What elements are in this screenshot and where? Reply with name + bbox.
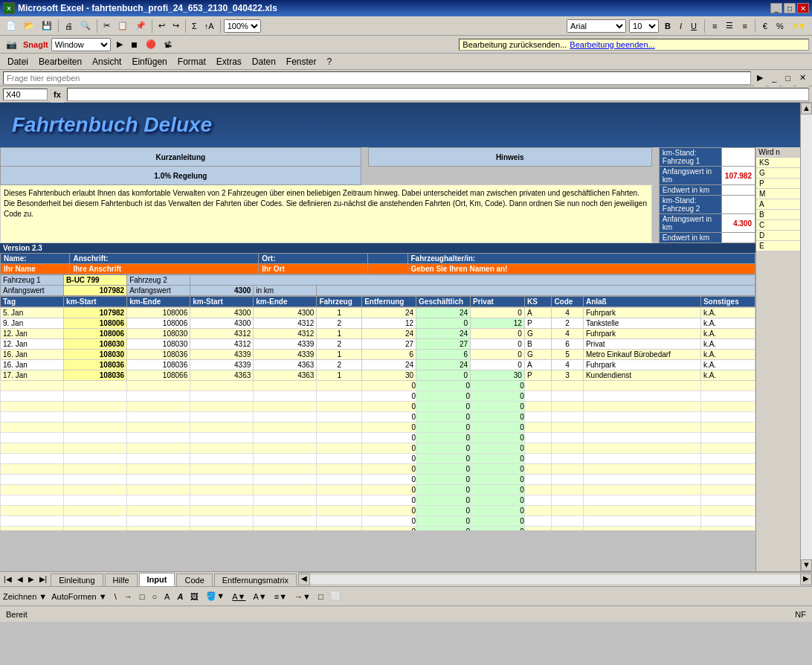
tab-code[interactable]: Code [176, 574, 212, 586]
scroll-right-button[interactable]: ▶ [800, 574, 812, 585]
align-center-button[interactable]: ☰ [723, 18, 736, 34]
preview-button[interactable]: 🔍 [77, 18, 94, 34]
3d-btn[interactable]: ⬜ [328, 588, 344, 605]
menu-datei[interactable]: Datei [3, 55, 33, 68]
tab-first-button[interactable]: |◀ [1, 575, 14, 583]
rect-btn[interactable]: □ [137, 588, 148, 605]
snagit-btn2[interactable]: ⏹ [127, 36, 141, 53]
empty-cell: 0 [416, 454, 471, 464]
oval-btn[interactable]: ○ [149, 588, 160, 605]
cell-reference[interactable] [3, 89, 48, 100]
scroll-up-button[interactable]: ▲ [801, 103, 812, 115]
snagit-btn4[interactable]: 📽 [161, 36, 175, 53]
tab-input[interactable]: Input [139, 573, 175, 586]
tab-next-button[interactable]: ▶ [26, 575, 36, 583]
linecolor-btn[interactable]: A▼ [229, 588, 248, 605]
copy-button[interactable]: 📋 [115, 18, 131, 34]
window-controls[interactable]: _ □ ✕ [770, 3, 809, 13]
table-cell: 4339 [254, 339, 317, 350]
minimize-app-button[interactable]: _ [769, 70, 779, 86]
tab-entfernungsmatrix[interactable]: Entfernungsmatrix [214, 574, 297, 586]
redo-button[interactable]: ↪ [170, 18, 182, 34]
menu-fenster[interactable]: Fenster [282, 55, 321, 68]
window-select[interactable]: Window [51, 38, 111, 51]
underline-button[interactable]: U [688, 18, 700, 34]
function-btn[interactable]: fx [51, 86, 64, 103]
empty-cell [127, 402, 190, 412]
open-button[interactable]: 📂 [21, 18, 37, 34]
menu-ansicht[interactable]: Ansicht [88, 55, 126, 68]
kurzanleitung-tab[interactable]: Kurzanleitung [1, 148, 361, 167]
menu-format[interactable]: Format [173, 55, 210, 68]
save-button[interactable]: 💾 [39, 18, 55, 34]
empty-cell: 0 [471, 485, 525, 495]
shadow-btn[interactable]: □ [315, 588, 326, 605]
endwert-km2-label: Endwert in km [659, 233, 721, 243]
hinweis-tab[interactable]: Hinweis [368, 148, 651, 167]
vertical-scrollbar[interactable]: ▲ ▼ [800, 103, 812, 571]
autoformen-btn[interactable]: AutoFormen ▼ [48, 588, 109, 605]
tab-einleitung[interactable]: Einleitung [51, 574, 103, 586]
empty-cell [127, 464, 190, 475]
linestyle-btn[interactable]: ≡▼ [271, 588, 290, 605]
scroll-down-button[interactable]: ▼ [801, 559, 812, 571]
menu-extras[interactable]: Extras [212, 55, 246, 68]
table-cell: 4300 [254, 308, 317, 318]
menu-einfuegen[interactable]: Einfügen [127, 55, 171, 68]
print-button[interactable]: 🖨 [62, 18, 76, 34]
col-code: Code [552, 297, 584, 307]
snagit-icon[interactable]: 📷 [3, 36, 20, 53]
arrow-btn[interactable]: → [121, 588, 135, 605]
formula-input[interactable] [67, 88, 809, 101]
italic-button[interactable]: I [677, 18, 685, 34]
arrowstyle-btn[interactable]: →▼ [291, 588, 314, 605]
empty-cell [317, 485, 362, 495]
percent-button[interactable]: % [773, 18, 787, 34]
empty-cell [524, 475, 551, 485]
snagit-btn1[interactable]: ▶ [114, 36, 126, 53]
close-app-button[interactable]: ✕ [796, 70, 809, 86]
maximize-button[interactable]: □ [784, 3, 796, 13]
tab-prev-button[interactable]: ◀ [15, 575, 25, 583]
font-select[interactable]: Arial [567, 19, 626, 33]
bold-button[interactable]: B [662, 18, 674, 34]
minimize-button[interactable]: _ [770, 3, 782, 13]
fill-color-button[interactable]: A▼ [790, 18, 809, 34]
empty-row: 000 [1, 506, 755, 516]
close-button[interactable]: ✕ [797, 3, 809, 13]
menu-help[interactable]: ? [323, 55, 337, 68]
align-right-button[interactable]: ≡ [739, 18, 750, 34]
scroll-left-button[interactable]: ◀ [298, 574, 310, 585]
wordart-btn[interactable]: A [174, 588, 186, 605]
fontcolor-btn[interactable]: A▼ [250, 588, 269, 605]
table-cell: 6 [416, 350, 471, 360]
maximize-app-button[interactable]: □ [782, 70, 793, 86]
clipart-btn[interactable]: 🖼 [187, 588, 202, 605]
sum-button[interactable]: Σ [189, 18, 200, 34]
regelung-tab[interactable]: 1.0% Regelung [1, 167, 361, 185]
paste-button[interactable]: 📌 [132, 18, 149, 34]
empty-row: 000 [1, 443, 755, 454]
zoom-select[interactable]: 100% [224, 19, 261, 33]
table-cell: k.A. [700, 308, 755, 318]
undo-button[interactable]: ↩ [155, 18, 168, 34]
new-button[interactable]: 📄 [3, 18, 19, 34]
question-input[interactable] [3, 71, 751, 85]
menu-bearbeiten[interactable]: Bearbeiten [34, 55, 86, 68]
tab-hilfe[interactable]: Hilfe [105, 574, 138, 586]
table-cell: 4312 [254, 329, 317, 339]
tab-last-button[interactable]: ▶| [37, 575, 50, 583]
line-btn[interactable]: \ [112, 588, 120, 605]
fontsize-select[interactable]: 10 [629, 19, 659, 33]
question-btn[interactable]: ▶ [754, 70, 766, 86]
table-cell: 24 [362, 360, 416, 370]
menu-daten[interactable]: Daten [248, 55, 280, 68]
bearbeitung-btn[interactable]: Bearbeitung beenden... [570, 40, 654, 49]
align-left-button[interactable]: ≡ [709, 18, 720, 34]
textbox-btn[interactable]: A [161, 588, 173, 605]
cut-button[interactable]: ✂ [100, 18, 113, 34]
currency-button[interactable]: € [760, 18, 770, 34]
sort-asc-button[interactable]: ↑A [202, 18, 217, 34]
snagit-btn3[interactable]: 🔴 [143, 36, 159, 53]
fillcolor-btn[interactable]: 🪣▼ [203, 588, 228, 605]
